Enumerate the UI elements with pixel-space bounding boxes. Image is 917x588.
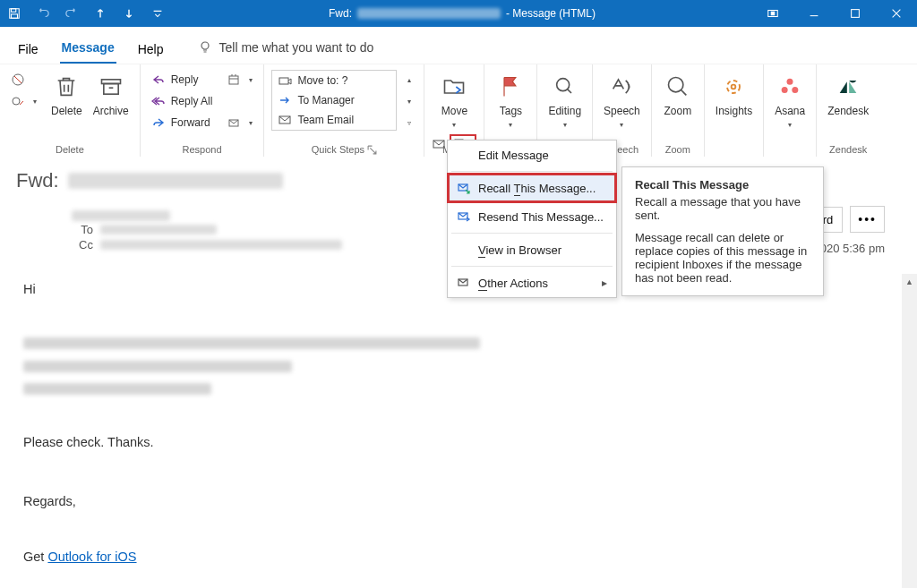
group-quick-steps: Move to: ? To Manager Team Email ▴ ▾ ▿ Q…: [264, 64, 424, 157]
group-delete-label: Delete: [56, 144, 84, 155]
group-delete: ▾ Delete Archive Delete: [0, 64, 141, 157]
redo-icon[interactable]: [57, 0, 86, 27]
prev-item-icon[interactable]: [86, 0, 115, 27]
forward-button[interactable]: Forward: [148, 113, 217, 132]
scroll-up-icon[interactable]: ▲: [902, 274, 917, 289]
more-actions-button[interactable]: •••: [850, 206, 885, 233]
menu-separator: [451, 171, 613, 172]
flag-icon: [495, 72, 526, 102]
svg-rect-11: [229, 76, 238, 84]
menu-view-in-browser[interactable]: View in Browser: [448, 235, 616, 264]
reply-button[interactable]: Reply: [148, 70, 217, 89]
menu-other-actions[interactable]: Other Actions ▸: [448, 268, 616, 297]
resend-icon: [457, 209, 471, 224]
find-icon: [550, 72, 580, 102]
tags-button[interactable]: Tags ▾: [492, 70, 529, 131]
zoom-icon: [663, 72, 693, 102]
tags-label: Tags: [500, 106, 522, 117]
quick-access-toolbar: [0, 0, 172, 27]
meeting-button[interactable]: ▾: [223, 70, 256, 89]
delete-label: Delete: [51, 106, 82, 117]
reply-label: Reply: [171, 73, 199, 86]
svg-rect-5: [852, 10, 860, 18]
menu-resend-message[interactable]: Resend This Message...: [448, 202, 616, 231]
reply-all-button[interactable]: Reply All: [148, 91, 217, 111]
menu-separator: [451, 233, 613, 234]
junk-button[interactable]: ▾: [7, 91, 40, 111]
zendesk-icon: [833, 72, 863, 102]
ignore-button[interactable]: [7, 70, 40, 89]
body-blur-3: [23, 383, 211, 395]
editing-button[interactable]: Editing ▾: [544, 70, 585, 131]
insights-button[interactable]: Insights: [712, 70, 756, 119]
svg-point-20: [732, 85, 736, 89]
zendesk-button[interactable]: Zendesk: [824, 70, 872, 119]
svg-rect-10: [104, 84, 118, 95]
tab-help[interactable]: Help: [136, 33, 166, 64]
more-respond-button[interactable]: ▾: [223, 113, 256, 132]
submenu-arrow-icon: ▸: [602, 277, 607, 289]
dialog-launcher-icon[interactable]: [367, 145, 377, 155]
window-title: Fwd: - Message (HTML): [172, 7, 752, 20]
qs-to-manager[interactable]: To Manager: [272, 90, 396, 110]
maximize-icon[interactable]: [835, 0, 876, 27]
qs-scroll-up[interactable]: ▴: [402, 70, 416, 89]
svg-point-22: [782, 87, 788, 93]
message-body: Hi Please check. Thanks. Regards, Get Ou…: [0, 255, 917, 588]
qs-move-to[interactable]: Move to: ?: [272, 71, 396, 90]
undo-icon[interactable]: [29, 0, 57, 27]
customize-qat-icon[interactable]: [143, 0, 172, 27]
qs-team-email[interactable]: Team Email: [272, 110, 396, 130]
menu-edit-message[interactable]: Edit Message: [448, 141, 616, 169]
vertical-scrollbar[interactable]: ▲: [902, 274, 917, 588]
zoom-label: Zoom: [664, 106, 691, 117]
from-blurred: [72, 210, 170, 221]
close-icon[interactable]: [876, 0, 917, 27]
menu-recall-message[interactable]: Recall This Message...: [448, 174, 616, 202]
title-bar: Fwd: - Message (HTML): [0, 0, 917, 27]
zoom-button[interactable]: Zoom: [659, 70, 697, 119]
trash-icon: [51, 72, 81, 102]
qs-expand[interactable]: ▿: [402, 113, 416, 132]
message-date: 2020 5:36 pm: [813, 242, 885, 255]
svg-rect-1: [12, 9, 16, 13]
other-actions-icon: [457, 276, 471, 290]
to-label: To: [72, 223, 93, 236]
svg-rect-2: [12, 14, 18, 18]
qs-scroll-down[interactable]: ▾: [402, 91, 416, 111]
group-respond-label: Respond: [183, 144, 222, 155]
outlook-ios-link[interactable]: Outlook for iOS: [47, 550, 136, 564]
read-aloud-icon: [606, 72, 637, 102]
recall-tooltip: Recall This Message Recall a message tha…: [621, 166, 824, 296]
tab-message[interactable]: Message: [60, 31, 116, 64]
tell-me-search[interactable]: Tell me what you want to do: [198, 40, 374, 64]
lightbulb-icon: [198, 40, 212, 55]
body-blur-1: [23, 337, 480, 349]
next-item-icon[interactable]: [115, 0, 143, 27]
minimize-icon[interactable]: [793, 0, 835, 27]
move-label: Move: [441, 106, 467, 117]
delete-button[interactable]: Delete: [47, 70, 86, 119]
move-button[interactable]: Move ▾: [435, 70, 473, 129]
window-controls: [752, 0, 917, 27]
zendesk-label: Zendesk: [827, 106, 869, 117]
title-prefix: Fwd:: [329, 7, 352, 20]
body-blur-2: [23, 361, 292, 372]
group-asana: Asana ▾: [764, 64, 817, 157]
tab-file[interactable]: File: [16, 33, 40, 64]
save-icon[interactable]: [0, 0, 29, 27]
move-icon: [439, 72, 469, 102]
svg-point-6: [201, 42, 209, 49]
tooltip-title: Recall This Message: [635, 178, 810, 192]
quick-steps-gallery[interactable]: Move to: ? To Manager Team Email: [271, 70, 397, 131]
svg-point-8: [13, 98, 20, 105]
group-zoom-label: Zoom: [665, 144, 690, 155]
speech-button[interactable]: Speech ▾: [600, 70, 644, 131]
archive-button[interactable]: Archive: [90, 70, 133, 119]
subject-blurred: [68, 173, 283, 189]
editing-label: Editing: [548, 106, 581, 117]
tooltip-line2: Message recall can delete or replace cop…: [635, 231, 810, 285]
asana-button[interactable]: Asana ▾: [771, 70, 809, 131]
ribbon-display-icon[interactable]: [752, 0, 793, 27]
subject-prefix: Fwd:: [16, 169, 59, 192]
